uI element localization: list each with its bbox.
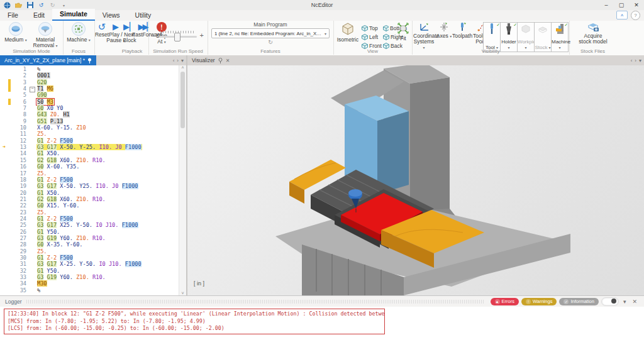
- code-line[interactable]: 15G2 G18 X60. Z10. R10.: [0, 157, 177, 163]
- visualizer-canvas[interactable]: [ in ]: [187, 65, 644, 295]
- view-top-button[interactable]: Top: [362, 24, 383, 32]
- visualizer-tab[interactable]: Visualizer ✕: [187, 55, 234, 65]
- code-line[interactable]: 21G2 G18 X60. Z10. R10.: [0, 196, 177, 202]
- code-line[interactable]: 20G1 X50.: [0, 190, 177, 196]
- material-removal-button[interactable]: Material Removal ▾: [31, 22, 59, 49]
- scroll-up-icon[interactable]: ˄: [179, 65, 186, 70]
- visibility-toggle-workpiece[interactable]: Workpiece ▾: [517, 22, 535, 52]
- tab-utility[interactable]: Utility: [128, 10, 159, 21]
- code-line[interactable]: 8G43 Z0. H1: [0, 111, 177, 118]
- code-line[interactable]: 29Z5.: [0, 248, 177, 255]
- view-left-button[interactable]: Left: [362, 33, 383, 41]
- logger-drag-handle[interactable]: [26, 300, 484, 304]
- tab-edit[interactable]: Edit: [26, 10, 52, 21]
- save-icon[interactable]: [26, 2, 33, 9]
- tabs-list-icon[interactable]: ▾: [181, 58, 184, 63]
- app-logo-icon[interactable]: [4, 2, 11, 9]
- close-button[interactable]: ✕: [629, 0, 644, 10]
- code-line[interactable]: 10X-60. Y-15. Z10: [0, 124, 177, 131]
- collapse-ribbon-button[interactable]: ˄: [616, 11, 628, 19]
- tab-simulate[interactable]: Simulate: [52, 9, 95, 21]
- code-editor[interactable]: 1%2O0013G204−T1 M65G906S0 M37G0 X0 Y08G4…: [0, 65, 186, 295]
- pin-icon[interactable]: [87, 58, 92, 63]
- quickbar-more-icon[interactable]: ▾: [60, 2, 67, 9]
- code-line[interactable]: 4−T1 M6: [0, 85, 177, 92]
- pin-icon[interactable]: [218, 58, 223, 63]
- medium-button[interactable]: Medium ▾: [2, 22, 30, 43]
- tabs-scroll-left-icon[interactable]: ‹: [173, 58, 175, 63]
- close-visualizer-icon[interactable]: ✕: [226, 58, 230, 63]
- open-icon[interactable]: [15, 2, 22, 9]
- editor-scrollbar[interactable]: ˄ ˅: [179, 65, 186, 295]
- code-line[interactable]: 23Z5.: [0, 209, 177, 216]
- logger-toggle[interactable]: [601, 297, 619, 306]
- code-line[interactable]: 11Z5.: [0, 131, 177, 137]
- speed-slider[interactable]: [159, 31, 196, 40]
- toolpath-button[interactable]: Toolpath: [452, 22, 472, 39]
- code-line[interactable]: 34M30: [0, 280, 177, 287]
- acquire-stock-button[interactable]: Acquire stock model: [578, 22, 608, 45]
- axes-button[interactable]: Axes ▾: [436, 22, 452, 40]
- code-line[interactable]: 33G3 G19 Y60. Z10. R10.: [0, 274, 177, 280]
- minimize-button[interactable]: –: [599, 0, 614, 10]
- code-line[interactable]: 19G3 G17 X-50. Y25. I10. J0 F1000: [0, 183, 177, 189]
- code-line[interactable]: 32G1 Y50.: [0, 268, 177, 274]
- code-line[interactable]: 9G51 P.13: [0, 118, 177, 124]
- help-button[interactable]: ?: [631, 11, 640, 20]
- tabs-scroll-right-icon[interactable]: ›: [177, 58, 179, 63]
- code-line[interactable]: 35%: [0, 287, 177, 293]
- code-line[interactable]: 28G0 X-35. Y-60.: [0, 241, 177, 248]
- tab-file[interactable]: File: [0, 10, 26, 21]
- code-line[interactable]: 6S0 M3: [0, 99, 177, 105]
- code-line[interactable]: 30G1 Z-2 F500: [0, 255, 177, 261]
- view-fit-button[interactable]: Fit: [395, 23, 411, 41]
- speed-slider-thumb[interactable]: [174, 33, 180, 41]
- errors-filter-button[interactable]: ▲Errors: [491, 298, 519, 305]
- tab-views[interactable]: Views: [95, 10, 128, 21]
- code-line[interactable]: 27G3 G19 Y60. Z10. R10.: [0, 235, 177, 241]
- redo-icon[interactable]: ↻: [49, 2, 56, 9]
- coordinate-systems-button[interactable]: Coordinate Systems ▾: [413, 22, 435, 51]
- code-line[interactable]: 16G0 X-60. Y35.: [0, 163, 177, 170]
- code-line[interactable]: 18G1 Z-2 F500: [0, 177, 177, 183]
- code-line[interactable]: 5G90: [0, 92, 177, 98]
- code-line[interactable]: 17Z5.: [0, 170, 177, 177]
- visibility-toggle-stock[interactable]: Stock ▾: [534, 22, 552, 52]
- speed-plus-button[interactable]: +: [200, 31, 204, 39]
- code-line[interactable]: 3G20: [0, 79, 177, 85]
- scroll-down-icon[interactable]: ˅: [179, 291, 186, 295]
- tabs-list-icon[interactable]: ▾: [639, 58, 641, 63]
- code-line[interactable]: 22G0 X15. Y-60.: [0, 202, 177, 209]
- visibility-toggle-machine[interactable]: ✓Machine ▾: [551, 22, 569, 52]
- line-number: 13: [11, 144, 30, 150]
- logger-close-icon[interactable]: ✕: [630, 299, 639, 305]
- undo-icon[interactable]: ↺: [38, 2, 45, 9]
- acquire-stock-icon: [587, 22, 599, 32]
- visibility-toggle-holder[interactable]: ✓Holder ▾: [500, 22, 518, 52]
- scrollbar-thumb[interactable]: [180, 72, 185, 128]
- code-line[interactable]: ➜13G3 G17 X-50. Y-25. I10. J0 F1000: [0, 144, 177, 150]
- code-line[interactable]: 12G1 Z-2 F500: [0, 138, 177, 144]
- editor-tab[interactable]: Arc_in_XY_YZ_ZX_plane [main] *: [0, 55, 96, 65]
- visibility-toggle-tool[interactable]: ✓Tool ▾: [483, 22, 501, 52]
- code-line[interactable]: 25G3 G17 X25. Y-50. I0 J10. F1000: [0, 222, 177, 228]
- main-program-select[interactable]: 1 (line 2, nc file: Embedded Program: Ar…: [211, 28, 330, 38]
- code-line[interactable]: 2O001: [0, 72, 177, 79]
- code-line[interactable]: 24G1 Z-2 F500: [0, 216, 177, 222]
- logger-collapse-icon[interactable]: ▾: [621, 299, 628, 305]
- tabs-scroll-left-icon[interactable]: ‹: [631, 58, 633, 63]
- code-line[interactable]: 1%: [0, 66, 177, 72]
- tabs-scroll-right-icon[interactable]: ›: [635, 58, 636, 63]
- maximize-button[interactable]: ▢: [614, 0, 629, 10]
- program-sync-icon[interactable]: ↻: [208, 39, 333, 45]
- code-line[interactable]: 14G1 X50.: [0, 150, 177, 156]
- focus-machine-button[interactable]: Machine ▾: [65, 22, 92, 43]
- fold-column[interactable]: −: [30, 85, 36, 92]
- information-filter-button[interactable]: ✓Information: [559, 298, 599, 305]
- view-isometric-button[interactable]: Isometric: [333, 23, 362, 43]
- code-line[interactable]: 26G1 Y50.: [0, 229, 177, 235]
- code-line[interactable]: 31G3 G17 X-25. Y-50. I0 J10. F1000: [0, 261, 177, 267]
- warnings-filter-button[interactable]: !Warnings: [521, 298, 557, 305]
- speed-minus-button[interactable]: –: [152, 31, 156, 39]
- code-line[interactable]: 7G0 X0 Y0: [0, 105, 177, 111]
